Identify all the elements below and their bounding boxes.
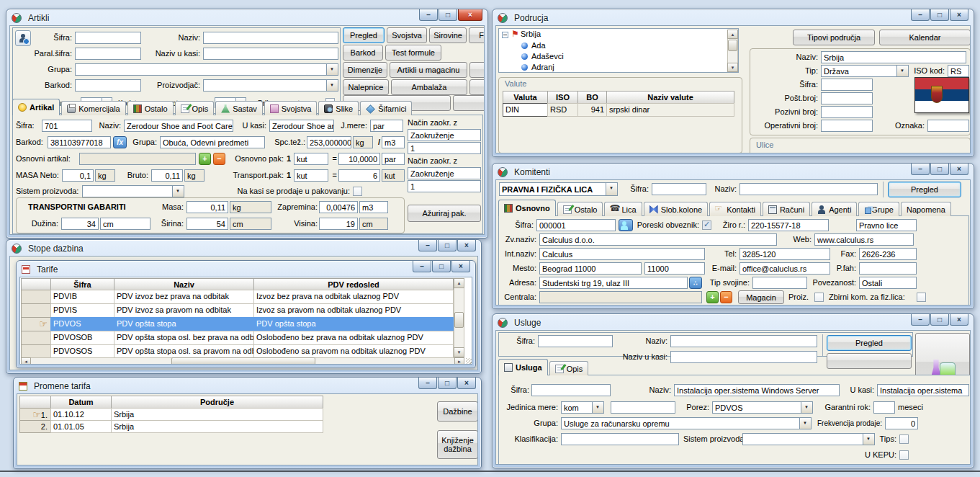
adresa-field[interactable]: Studentski trg 19, ulaz III	[539, 277, 688, 289]
tab-sifarnici[interactable]: Šifarnici	[360, 101, 412, 115]
tree-item-ada[interactable]: Ada	[531, 40, 618, 51]
zaokruzenje2-select[interactable]: Zaokruženje	[408, 167, 481, 179]
tab-ostalo[interactable]: Ostalo	[127, 101, 174, 115]
oznaka-field[interactable]	[927, 120, 969, 132]
scroll-thumb[interactable]	[454, 312, 464, 328]
barkod-input[interactable]	[75, 79, 141, 92]
scroll-down-button[interactable]: ▼	[454, 347, 464, 357]
bruto-field[interactable]: 0,11	[151, 169, 183, 182]
sifra-field[interactable]	[821, 79, 873, 91]
transport-pak-value-field[interactable]: 6	[338, 169, 380, 182]
tab-opis[interactable]: Opis	[175, 101, 215, 115]
tab-opis[interactable]: Opis	[549, 361, 589, 375]
header-bo[interactable]: BO	[577, 91, 607, 104]
art-button[interactable]: Art	[469, 79, 485, 95]
tab-artikal[interactable]: Artikal	[12, 99, 60, 115]
test-formule-button[interactable]: Test formule	[385, 45, 441, 61]
magacin-button[interactable]: Magacin	[738, 290, 784, 304]
cell[interactable]: PDVOSOB	[50, 331, 114, 345]
row-selector[interactable]: 2.	[19, 420, 51, 433]
promene-titlebar[interactable]: Promene tarifa	[19, 380, 409, 393]
cell[interactable]: 01.01.05	[50, 420, 112, 433]
tab-grupe[interactable]: Grupe	[858, 202, 899, 216]
maximize-button[interactable]	[930, 314, 949, 326]
cell[interactable]: PDV opšta stopa osl. sa pravom na odb.	[114, 344, 254, 359]
post-broj-field[interactable]	[821, 92, 873, 104]
frekv-button[interactable]: Frekv	[469, 27, 485, 43]
knjizenje-dazbina-button[interactable]: Knjiženje dažbina	[437, 430, 478, 459]
header-naziv-valute[interactable]: Naziv valute	[606, 91, 734, 104]
close-button[interactable]	[458, 9, 482, 21]
email-field[interactable]: office@caluclus.rs	[740, 262, 830, 275]
usluge-titlebar[interactable]: Usluge	[498, 316, 902, 329]
scroll-up-button[interactable]: ▲	[454, 278, 464, 288]
tab-lica[interactable]: Lica	[604, 202, 642, 216]
tab-osnovno[interactable]: Osnovno	[498, 200, 556, 216]
garantni-rok-field[interactable]	[873, 401, 895, 414]
masa-field[interactable]: 0,11	[186, 201, 228, 213]
grupa-dropdown-arrow[interactable]	[326, 63, 338, 76]
minimize-button[interactable]	[911, 314, 930, 326]
zv-naziv-field[interactable]: Calculus d.o.o.	[539, 233, 777, 246]
tab-komercijala[interactable]: Komercijala	[61, 101, 125, 115]
cell[interactable]: PDVIB	[50, 290, 114, 304]
close-button[interactable]	[451, 261, 470, 272]
web-field[interactable]: www.calculus.rs	[814, 233, 914, 246]
grupa-select[interactable]	[75, 63, 327, 76]
grupa-select[interactable]: Usluge za računarsku opremu	[561, 417, 800, 429]
tab-slike[interactable]: Slike	[318, 101, 359, 115]
ambalaza-button[interactable]: Ambalaža	[391, 79, 467, 95]
naziv-input[interactable]	[740, 183, 878, 195]
row-selector[interactable]	[21, 331, 51, 345]
scroll-thumb[interactable]	[728, 40, 737, 51]
tarife-titlebar[interactable]: Tarife	[22, 263, 403, 276]
j-mere-field[interactable]: par	[370, 120, 403, 132]
cell[interactable]: Izvoz bez prava na odbitak ulaznog PDV	[253, 290, 454, 304]
header-sifra[interactable]: Šifra	[50, 278, 114, 290]
tips-checkbox[interactable]	[899, 434, 909, 444]
jedinica-dropdown-arrow[interactable]	[592, 401, 604, 414]
naziv-input[interactable]	[203, 32, 338, 44]
fx-button[interactable]	[113, 136, 127, 148]
proizvodjac-dropdown-arrow[interactable]	[326, 79, 338, 92]
iso-kod-field[interactable]: RS	[948, 65, 969, 77]
row-selector[interactable]	[21, 303, 51, 318]
clipped-button[interactable]	[453, 95, 485, 111]
u-kasi-field[interactable]: Zerodour Shoe ar	[269, 120, 334, 132]
barkod-field[interactable]: 381103977018	[48, 136, 111, 148]
paral-sifra-input[interactable]	[75, 48, 141, 60]
cell[interactable]: 941	[577, 103, 607, 117]
ptt-field[interactable]: 11000	[644, 262, 705, 275]
maximize-button[interactable]	[432, 261, 451, 272]
tip-svojine-field[interactable]	[752, 277, 807, 289]
pregled-button[interactable]: Pregled	[827, 335, 912, 351]
jedinica-mere-select[interactable]: kom	[561, 401, 593, 414]
pozivni-broj-field[interactable]	[821, 106, 873, 118]
proiz-checkbox[interactable]	[814, 293, 824, 302]
sifra-input[interactable]	[75, 32, 141, 44]
povezanost-field[interactable]: Ostali	[859, 277, 917, 289]
sistem-proizvoda-arrow[interactable]	[172, 185, 184, 197]
pregled-button[interactable]: Pregled	[888, 182, 961, 197]
transport-pak-unit-field[interactable]: kut	[294, 169, 328, 182]
maximize-button[interactable]	[930, 164, 949, 175]
tip-lica-field[interactable]: Pravno lice	[856, 219, 917, 231]
header-naziv[interactable]: Naziv	[114, 278, 254, 290]
naziv-u-kasi-input[interactable]	[670, 351, 817, 363]
tree-item-adranj[interactable]: Adranj	[531, 62, 618, 73]
minimize-button[interactable]	[418, 378, 437, 389]
naziv-field[interactable]: Zerodour Shoe and Foot Care	[124, 120, 233, 132]
osnovno-pak-value-field[interactable]: 10,0000	[338, 153, 380, 165]
row-selector-current[interactable]	[21, 317, 51, 331]
porez-dropdown-arrow[interactable]	[801, 401, 813, 414]
address-lookup-button[interactable]	[689, 277, 702, 289]
lica-filter-select[interactable]: PRAVNA I FIZIČKA LICA	[499, 182, 606, 196]
sifra-field[interactable]	[531, 384, 611, 396]
add-button[interactable]	[706, 291, 719, 303]
person-info-button[interactable]	[15, 30, 31, 46]
cell[interactable]: Izvoz sa pravom na odbitak ulaznog PDV	[253, 303, 454, 318]
mir-button[interactable]: Mir	[469, 62, 485, 78]
sistem-dropdown-arrow[interactable]	[863, 433, 875, 445]
tab-agenti[interactable]: Agenti	[812, 202, 857, 216]
minimize-button[interactable]	[418, 240, 437, 251]
